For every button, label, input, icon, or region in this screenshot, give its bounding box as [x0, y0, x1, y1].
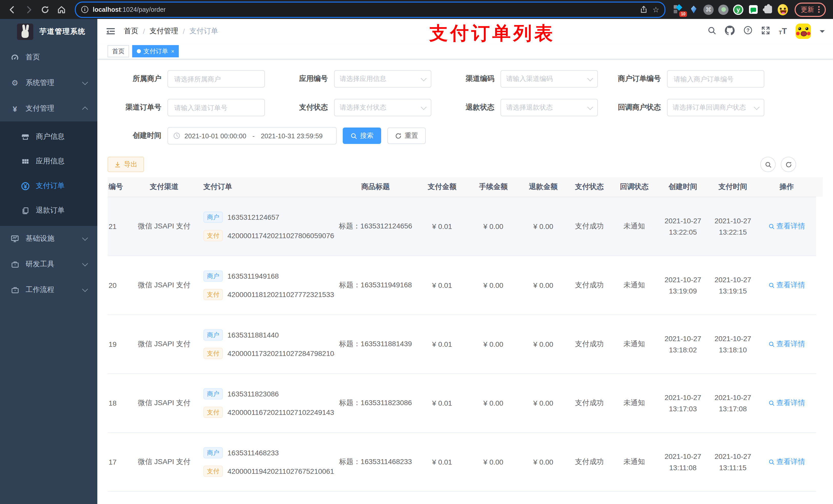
sidebar-item-merchant-info[interactable]: 商户信息 — [0, 124, 97, 149]
browser-update-button[interactable]: 更新 — [794, 2, 826, 17]
svg-text:?: ? — [746, 27, 749, 33]
merchant-tag: 商户 — [204, 388, 223, 400]
sidebar-item-pay[interactable]: ¥ 支付管理 — [0, 96, 97, 121]
logo-image — [17, 24, 33, 40]
refund-status-select[interactable]: 请选择退款状态 — [501, 99, 598, 116]
extension-y-icon[interactable]: y — [733, 4, 743, 15]
merchant-tag: 商户 — [204, 270, 223, 282]
url-text: localhost:1024/pay/order — [93, 6, 166, 13]
sidebar-item-system[interactable]: ⚙ 系统管理 — [0, 70, 97, 96]
github-icon[interactable] — [725, 25, 735, 37]
pay-tag: 支付 — [204, 407, 223, 418]
site-info-icon[interactable] — [81, 6, 89, 13]
search-button[interactable]: 搜索 — [343, 127, 381, 144]
yen-icon: ¥ — [10, 105, 20, 113]
help-icon[interactable]: ? — [743, 26, 753, 37]
user-avatar[interactable] — [795, 24, 811, 39]
channel-order-no: 4200001181202110277723215336 — [228, 290, 335, 298]
chevron-down-icon — [421, 75, 427, 81]
caret-down-icon[interactable] — [820, 30, 825, 35]
channel-order-no-input[interactable] — [168, 99, 265, 116]
font-size-icon[interactable]: TT — [779, 27, 787, 35]
extension-diamond-icon[interactable]: 10 — [674, 4, 684, 15]
view-detail-link[interactable]: 查看详情 — [768, 457, 805, 466]
share-icon[interactable] — [640, 6, 647, 13]
page-content: 所属商户 应用编号 请选择应用信息 渠道编码 — [97, 59, 833, 504]
close-icon[interactable]: × — [171, 48, 174, 54]
chevron-down-icon — [421, 104, 427, 110]
view-detail-link[interactable]: 查看详情 — [768, 222, 805, 231]
merchant-tag: 商户 — [204, 447, 223, 458]
toggle-search-button[interactable] — [760, 157, 776, 172]
pay-status-select[interactable]: 请选择支付状态 — [334, 99, 431, 116]
merchant-order-no: 1635311881440 — [228, 331, 279, 339]
pay-tag: 支付 — [204, 465, 223, 477]
browser-menu-icon[interactable] — [818, 6, 820, 13]
merchant-input[interactable] — [168, 70, 265, 88]
date-end: 2021-10-31 23:59:59 — [261, 132, 323, 140]
reset-button[interactable]: 重置 — [387, 127, 426, 144]
chevron-down-icon — [82, 261, 88, 266]
sidebar-item-app-info[interactable]: 应用信息 — [0, 149, 97, 174]
sidebar-item-dev-tools[interactable]: 研发工具 — [0, 251, 97, 277]
table-row: 18 微信 JSAPI 支付 商户1635311823086 支付4200001… — [108, 374, 816, 433]
merchant-order-no: 1635312124657 — [228, 213, 279, 221]
briefcase-icon — [10, 286, 20, 294]
extension-record-icon[interactable] — [718, 4, 729, 15]
table-header-row: 编号 支付渠道 支付订单 商品标题 支付金额 手续金额 退款金额 支付状态 回调… — [108, 177, 816, 197]
merchant-order-no-input[interactable] — [667, 70, 764, 88]
app-logo[interactable]: 芋道管理系统 — [0, 19, 97, 45]
tab-home[interactable]: 首页 — [108, 45, 129, 57]
orders-table: 编号 支付渠道 支付订单 商品标题 支付金额 手续金额 退款金额 支付状态 回调… — [108, 177, 823, 504]
address-bar[interactable]: localhost:1024/pay/order ☆ — [75, 1, 665, 18]
reload-icon[interactable] — [38, 2, 52, 17]
table-row: 商户1635311351736 支付 — [108, 491, 816, 504]
view-detail-link[interactable]: 查看详情 — [768, 399, 805, 408]
app-title: 芋道管理系统 — [40, 27, 86, 37]
fullscreen-icon[interactable] — [761, 26, 770, 37]
sidebar: 芋道管理系统 首页 ⚙ 系统管理 ¥ 支付管理 — [0, 19, 97, 504]
chevron-up-icon — [82, 106, 88, 113]
back-icon[interactable] — [5, 2, 20, 17]
sidebar-toggle-icon[interactable] — [105, 26, 116, 37]
chevron-down-icon — [82, 235, 88, 241]
home-icon[interactable] — [54, 2, 69, 17]
notify-status-select[interactable]: 请选择订单回调商户状态 — [667, 99, 764, 116]
channel-code-select[interactable]: 请输入渠道编码 — [501, 70, 598, 88]
forward-icon[interactable] — [22, 2, 36, 17]
extension-command-icon[interactable]: ⌘ — [704, 4, 714, 15]
app-select[interactable]: 请选择应用信息 — [334, 70, 431, 88]
chevron-down-icon — [587, 104, 593, 110]
search-icon[interactable] — [708, 26, 716, 37]
date-range-input[interactable]: 2021-10-01 00:00:00 - 2021-10-31 23:59:5… — [168, 127, 337, 144]
refresh-button[interactable] — [781, 157, 796, 172]
table-row: 19 微信 JSAPI 支付 商户1635311881440 支付4200001… — [108, 315, 816, 374]
view-detail-link[interactable]: 查看详情 — [768, 281, 805, 290]
browser-profile-avatar[interactable] — [778, 4, 788, 15]
breadcrumb-current: 支付订单 — [190, 27, 218, 36]
bookmark-star-icon[interactable]: ☆ — [652, 6, 659, 13]
channel-order-no: 4200001194202110276752100612 — [228, 467, 335, 475]
breadcrumb-home[interactable]: 首页 — [124, 27, 138, 36]
view-detail-link[interactable]: 查看详情 — [768, 340, 805, 349]
navbar: 首页 / 支付管理 / 支付订单 支付订单列表 ? — [97, 19, 833, 44]
sidebar-item-refund-order[interactable]: 退款订单 — [0, 198, 97, 223]
sidebar-item-infra[interactable]: 基础设施 — [0, 226, 97, 251]
breadcrumb-pay[interactable]: 支付管理 — [149, 27, 178, 36]
pay-submenu: 商户信息 应用信息 支付订单 — [0, 121, 97, 226]
extension-kite-icon[interactable] — [689, 4, 699, 15]
sidebar-item-home[interactable]: 首页 — [0, 45, 97, 70]
date-start: 2021-10-01 00:00:00 — [185, 132, 246, 140]
export-button[interactable]: 导出 — [108, 157, 144, 172]
channel-order-no: 4200001174202110278060590766 — [228, 232, 335, 240]
documents-icon — [21, 207, 30, 214]
extensions-puzzle-icon[interactable] — [763, 4, 773, 15]
tab-pay-order[interactable]: 支付订单 × — [132, 45, 179, 57]
merchant-order-no: 1635311468233 — [228, 449, 279, 457]
sidebar-item-pay-order[interactable]: 支付订单 — [0, 174, 97, 198]
extension-badge: 10 — [679, 11, 687, 17]
chevron-down-icon — [82, 286, 88, 292]
extension-chat-icon[interactable] — [748, 4, 758, 15]
sidebar-item-workflow[interactable]: 工作流程 — [0, 277, 97, 303]
extensions-area: 10 ⌘ y 更新 — [672, 2, 828, 17]
